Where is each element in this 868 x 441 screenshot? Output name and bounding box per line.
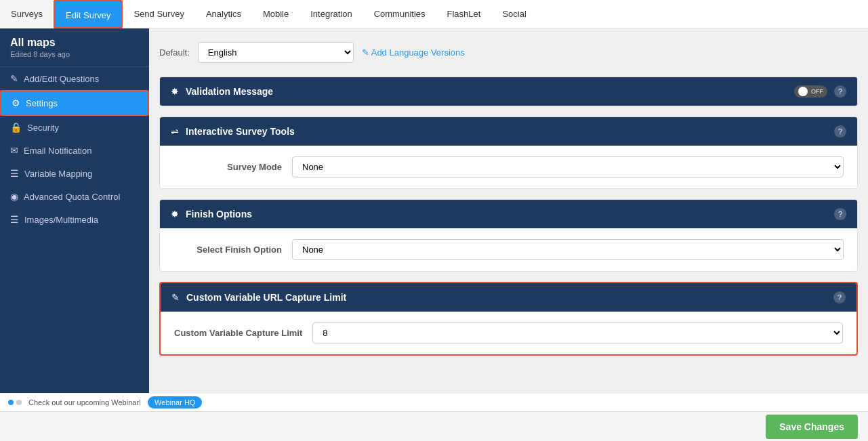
add-language-text: Add Language Versions bbox=[371, 47, 465, 58]
form-label-interactive-survey-tools: Survey Mode bbox=[173, 162, 282, 172]
form-select-custom-variable-url-capture-limit[interactable]: 81234567910 bbox=[312, 322, 843, 343]
section-title-validation-message: Validation Message bbox=[186, 86, 787, 97]
section-interactive-survey-tools: ⇌ Interactive Survey Tools ? Survey Mode… bbox=[159, 117, 858, 189]
tab-send-survey[interactable]: Send Survey bbox=[123, 0, 194, 28]
app-container: SurveysEdit SurveySend SurveyAnalyticsMo… bbox=[0, 0, 868, 441]
bottom-bar: Save Changes bbox=[0, 411, 868, 441]
add-language-link[interactable]: ✎ Add Language Versions bbox=[362, 47, 465, 58]
sidebar-label-advanced-quota-control: Advanced Quota Control bbox=[24, 192, 120, 202]
sidebar-icon-images-multimedia: ☰ bbox=[10, 214, 19, 225]
toggle-label-validation-message: OFF bbox=[811, 88, 823, 95]
help-icon-interactive-survey-tools[interactable]: ? bbox=[834, 125, 846, 138]
sidebar-label-variable-mapping: Variable Mapping bbox=[24, 169, 92, 179]
sidebar-label-settings: Settings bbox=[26, 98, 58, 108]
sidebar-item-advanced-quota-control[interactable]: ◉ Advanced Quota Control bbox=[0, 185, 149, 208]
section-validation-message: ✸ Validation Message OFF ? bbox=[159, 77, 858, 106]
toggle-circle-validation-message bbox=[798, 87, 808, 96]
sidebar-item-security[interactable]: 🔒 Security bbox=[0, 116, 149, 139]
help-icon-custom-variable-url-capture-limit[interactable]: ? bbox=[833, 291, 846, 303]
sidebar-label-images-multimedia: Images/Multimedia bbox=[24, 215, 98, 225]
section-header-validation-message[interactable]: ✸ Validation Message OFF ? bbox=[160, 77, 857, 106]
tab-flashlet[interactable]: FlashLet bbox=[436, 0, 492, 28]
dot-2 bbox=[16, 400, 22, 405]
add-language-icon: ✎ bbox=[362, 47, 369, 58]
form-select-finish-options[interactable]: None bbox=[292, 239, 844, 260]
sidebar: All maps Edited 8 days ago ✎ Add/Edit Qu… bbox=[0, 28, 149, 393]
content-area: Default: English ✎ Add Language Versions… bbox=[149, 28, 868, 393]
sidebar-items: ✎ Add/Edit Questions ⚙ Settings 🔒 Securi… bbox=[0, 67, 149, 231]
section-body-finish-options: Select Finish Option None bbox=[160, 228, 857, 271]
sidebar-item-email-notification[interactable]: ✉ Email Notification bbox=[0, 139, 149, 162]
tab-edit-survey[interactable]: Edit Survey bbox=[54, 0, 123, 28]
webinar-button[interactable]: Webinar HQ bbox=[148, 396, 202, 408]
section-body-custom-variable-url-capture-limit: Custom Variable Capture Limit 8123456791… bbox=[161, 312, 856, 354]
sidebar-item-images-multimedia[interactable]: ☰ Images/Multimedia bbox=[0, 208, 149, 231]
form-label-custom-variable-url-capture-limit: Custom Variable Capture Limit bbox=[174, 328, 302, 338]
sidebar-icon-email-notification: ✉ bbox=[10, 145, 18, 156]
default-label: Default: bbox=[159, 47, 190, 58]
sidebar-header: All maps Edited 8 days ago bbox=[0, 28, 149, 67]
sidebar-label-security: Security bbox=[27, 123, 59, 133]
section-title-interactive-survey-tools: Interactive Survey Tools bbox=[186, 126, 827, 137]
tab-integration[interactable]: Integration bbox=[299, 0, 363, 28]
form-label-finish-options: Select Finish Option bbox=[173, 245, 282, 255]
dot-1 bbox=[8, 400, 14, 405]
sidebar-title: All maps bbox=[10, 37, 139, 49]
tab-surveys[interactable]: Surveys bbox=[0, 0, 54, 28]
section-header-finish-options[interactable]: ✸ Finish Options ? bbox=[160, 200, 857, 228]
form-row-select-finish-option: Select Finish Option None bbox=[173, 239, 844, 260]
sidebar-icon-add-edit-questions: ✎ bbox=[10, 73, 18, 84]
sidebar-icon-variable-mapping: ☰ bbox=[10, 168, 19, 179]
tab-analytics[interactable]: Analytics bbox=[195, 0, 252, 28]
sidebar-label-email-notification: Email Notification bbox=[24, 146, 91, 156]
main-area: All maps Edited 8 days ago ✎ Add/Edit Qu… bbox=[0, 28, 868, 393]
section-icon-finish-options: ✸ bbox=[171, 209, 179, 219]
section-icon-interactive-survey-tools: ⇌ bbox=[171, 126, 179, 137]
sidebar-icon-security: 🔒 bbox=[10, 122, 22, 133]
language-select[interactable]: English bbox=[198, 42, 354, 63]
sidebar-subtitle: Edited 8 days ago bbox=[10, 50, 139, 58]
webinar-text: Check out our upcoming Webinar! bbox=[28, 398, 141, 406]
help-icon-validation-message[interactable]: ? bbox=[834, 85, 846, 98]
tab-social[interactable]: Social bbox=[491, 0, 537, 28]
form-row-custom-variable-capture-limit: Custom Variable Capture Limit 8123456791… bbox=[174, 322, 843, 343]
top-nav: SurveysEdit SurveySend SurveyAnalyticsMo… bbox=[0, 0, 868, 28]
section-custom-variable-url-capture-limit: ✎ Custom Variable URL Capture Limit ? Cu… bbox=[159, 282, 858, 356]
form-row-survey-mode: Survey Mode None bbox=[173, 156, 844, 177]
sidebar-item-variable-mapping[interactable]: ☰ Variable Mapping bbox=[0, 162, 149, 185]
tab-communities[interactable]: Communities bbox=[363, 0, 436, 28]
toggle-validation-message[interactable]: OFF bbox=[794, 85, 827, 98]
sidebar-label-add-edit-questions: Add/Edit Questions bbox=[24, 74, 99, 84]
sidebar-item-settings[interactable]: ⚙ Settings bbox=[0, 90, 149, 116]
section-finish-options: ✸ Finish Options ? Select Finish Option … bbox=[159, 199, 858, 272]
section-icon-custom-variable-url-capture-limit: ✎ bbox=[171, 292, 180, 303]
section-title-finish-options: Finish Options bbox=[186, 209, 827, 219]
help-icon-finish-options[interactable]: ? bbox=[834, 208, 846, 220]
sidebar-icon-settings: ⚙ bbox=[12, 98, 20, 108]
save-changes-button[interactable]: Save Changes bbox=[766, 415, 858, 439]
webinar-bar: Check out our upcoming Webinar! Webinar … bbox=[0, 393, 868, 411]
section-title-custom-variable-url-capture-limit: Custom Variable URL Capture Limit bbox=[186, 292, 827, 303]
form-select-interactive-survey-tools[interactable]: None bbox=[292, 156, 844, 177]
section-body-interactive-survey-tools: Survey Mode None bbox=[160, 146, 857, 188]
default-language-row: Default: English ✎ Add Language Versions bbox=[159, 39, 858, 66]
section-header-interactive-survey-tools[interactable]: ⇌ Interactive Survey Tools ? bbox=[160, 117, 857, 146]
sections-container: ✸ Validation Message OFF ? ⇌ Interactive… bbox=[159, 77, 858, 356]
carousel-dots bbox=[8, 400, 22, 405]
section-icon-validation-message: ✸ bbox=[171, 86, 179, 97]
section-header-custom-variable-url-capture-limit[interactable]: ✎ Custom Variable URL Capture Limit ? bbox=[161, 283, 856, 312]
tab-mobile[interactable]: Mobile bbox=[252, 0, 299, 28]
sidebar-item-add-edit-questions[interactable]: ✎ Add/Edit Questions bbox=[0, 67, 149, 90]
sidebar-icon-advanced-quota-control: ◉ bbox=[10, 191, 18, 202]
